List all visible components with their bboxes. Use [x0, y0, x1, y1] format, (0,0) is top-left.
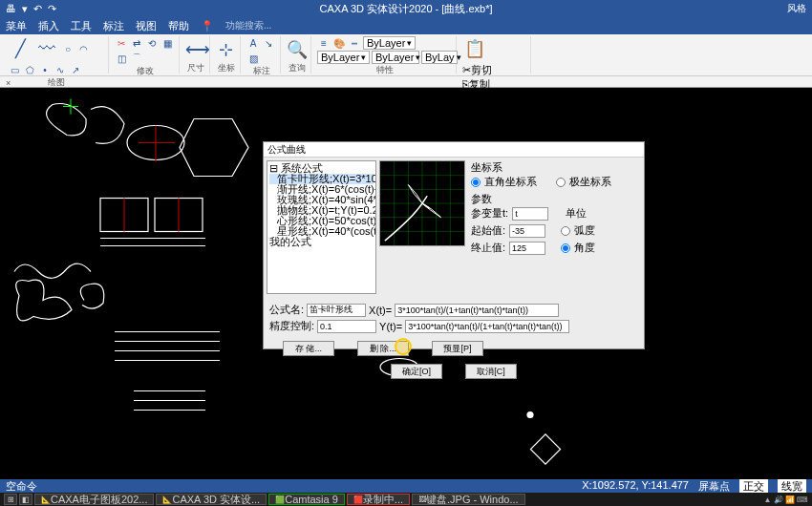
linetype-icon[interactable]: ┅ — [348, 36, 361, 50]
xt-input[interactable] — [395, 304, 559, 317]
cancel-button[interactable]: 取消[C] — [465, 364, 517, 379]
menu-main[interactable]: 菜单 — [6, 19, 27, 33]
text-icon[interactable]: A — [246, 36, 260, 50]
group-query: 查询 — [287, 62, 307, 74]
mirror-icon[interactable]: ⇄ — [130, 36, 143, 50]
menu-view[interactable]: 视图 — [136, 19, 157, 33]
degree-radio[interactable] — [561, 243, 570, 253]
layer-select-1[interactable]: ByLayer▾ — [363, 36, 416, 50]
formula-name-input[interactable] — [307, 304, 366, 317]
cut-btn[interactable]: ✂剪切 — [462, 63, 514, 77]
line-tool-icon[interactable]: ╱ — [8, 36, 32, 61]
mask-mode[interactable]: 屏幕点 — [698, 479, 730, 494]
start-input[interactable] — [509, 224, 545, 238]
system-tray[interactable]: ▲ 🔊 📶 ⌨ — [763, 495, 808, 504]
hatch-icon[interactable]: ▨ — [246, 52, 260, 65]
window-title: CAXA 3D 实体设计2020 - [曲线.exb*] — [320, 2, 493, 16]
menu-help[interactable]: 帮助 — [168, 19, 189, 33]
formula-curve-dialog: 公式曲线 ⊟ 系统公式 笛卡叶形线;X(t)=3*100*tan(t) 渐开线;… — [263, 141, 645, 349]
taskbar-item[interactable]: 🟥 录制中... — [347, 494, 410, 505]
undo-icon[interactable]: ↶ — [33, 3, 42, 15]
menu-annotate[interactable]: 标注 — [103, 19, 124, 33]
document-tab-strip: × — [0, 76, 812, 88]
coordinates: X:1092.572, Y:141.477 — [582, 479, 689, 494]
menu-insert[interactable]: 插入 — [38, 19, 59, 33]
spline-icon[interactable]: ∿ — [53, 63, 67, 76]
leader-icon[interactable]: ↘ — [262, 36, 275, 50]
param-section-label: 参数 — [471, 192, 641, 206]
windows-taskbar: ⊞ ◧ 📐 CAXA电子图板202... 📐 CAXA 3D 实体设... 🟩 … — [0, 493, 812, 506]
group-anno: 标注 — [246, 65, 276, 76]
polar-radio[interactable] — [556, 178, 566, 187]
radian-radio[interactable] — [561, 226, 570, 236]
taskview-icon[interactable]: ◧ — [19, 494, 32, 505]
paste-icon[interactable]: 📋 — [462, 36, 487, 61]
end-input[interactable] — [509, 242, 545, 255]
arc-icon[interactable]: ◠ — [76, 42, 90, 55]
ribbon: ╱ 〰 ○ ◠ ▭ ⬠ • ∿ ↗ 绘图 ✂ ⇄ ⟲ ▦ ◫ ⌒ 修改 ⟷ 尺寸… — [0, 34, 812, 76]
curve-preview — [379, 160, 465, 246]
layer-select-3[interactable]: ByLayer▾ — [372, 51, 419, 64]
group-coord: 坐标 — [216, 62, 236, 74]
taskbar-item[interactable]: 📐 CAXA电子图板202... — [34, 494, 154, 505]
curve-tool-icon[interactable]: 〰 — [34, 36, 59, 61]
offset-icon[interactable]: ◫ — [115, 52, 128, 65]
circle-icon[interactable]: ○ — [61, 42, 75, 55]
lineweight-toggle[interactable]: 线宽 — [778, 479, 806, 494]
svg-rect-5 — [530, 434, 560, 464]
save-button[interactable]: 存 储... — [283, 341, 334, 356]
close-tab-icon[interactable]: × — [0, 78, 11, 88]
redo-icon[interactable]: ↷ — [48, 3, 56, 15]
cursor-highlight — [395, 338, 412, 355]
var-input[interactable] — [512, 207, 548, 221]
menu-bar: 菜单 插入 工具 标注 视图 帮助 📍 功能搜索... — [0, 17, 812, 34]
color-icon[interactable]: 🎨 — [332, 36, 346, 50]
ortho-toggle[interactable]: 正交 — [739, 479, 768, 494]
coord-icon[interactable]: ⊹ — [216, 37, 236, 62]
ray-icon[interactable]: ↗ — [69, 63, 82, 76]
taskbar-item[interactable]: 🖼 键盘.JPG - Windo... — [412, 494, 525, 505]
menu-tools[interactable]: 工具 — [71, 19, 92, 33]
precision-input[interactable] — [317, 320, 376, 333]
layer-icon[interactable]: ≡ — [317, 36, 331, 50]
status-bar: 空命令 X:1092.572, Y:141.477 屏幕点 正交 线宽 — [0, 479, 812, 493]
taskbar-item[interactable]: 📐 CAXA 3D 实体设... — [156, 494, 267, 505]
save-icon[interactable]: ▾ — [22, 3, 28, 15]
group-dim: 尺寸 — [185, 62, 205, 74]
start-icon[interactable]: ⊞ — [4, 494, 17, 505]
svg-point-4 — [527, 412, 533, 418]
dialog-title: 公式曲线 — [264, 142, 644, 158]
group-props: 特性 — [317, 64, 452, 75]
fillet-icon[interactable]: ⌒ — [130, 52, 143, 65]
point-icon[interactable]: • — [38, 63, 52, 76]
poly-icon[interactable]: ⬠ — [23, 63, 36, 76]
layer-select-2[interactable]: ByLayer▾ — [317, 51, 370, 64]
coord-section-label: 坐标系 — [471, 160, 641, 175]
query-icon[interactable]: 🔍 — [287, 37, 308, 62]
group-modify: 修改 — [115, 65, 175, 76]
quick-access-toolbar: 🖶 ▾ ↶ ↷ — [6, 3, 56, 15]
preview-button[interactable]: 预显[P] — [432, 341, 483, 356]
yt-input[interactable] — [405, 320, 569, 333]
style-label[interactable]: 风格 — [787, 2, 806, 15]
array-icon[interactable]: ▦ — [160, 36, 174, 50]
rect-icon[interactable]: ▭ — [8, 63, 21, 76]
print-icon[interactable]: 🖶 — [6, 3, 16, 15]
formula-tree[interactable]: ⊟ 系统公式 笛卡叶形线;X(t)=3*100*tan(t) 渐开线;X(t)=… — [267, 160, 376, 294]
parameter-panel: 坐标系 直角坐标系 极坐标系 参数 参变量t: 单位 起始值: 弧度 终止值: — [465, 160, 641, 298]
taskbar-item[interactable]: 🟩 Camtasia 9 — [268, 494, 345, 505]
command-status: 空命令 — [6, 479, 37, 494]
layer-select-4[interactable]: ByLay▾ — [421, 51, 458, 64]
trim-icon[interactable]: ✂ — [115, 36, 128, 50]
function-search[interactable]: 功能搜索... — [225, 19, 271, 32]
dimension-icon[interactable]: ⟷ — [185, 37, 210, 62]
ok-button[interactable]: 确定[O] — [391, 364, 442, 379]
group-draw: 绘图 — [8, 76, 104, 88]
title-bar: 🖶 ▾ ↶ ↷ CAXA 3D 实体设计2020 - [曲线.exb*] 风格 — [0, 0, 812, 17]
cartesian-radio[interactable] — [471, 178, 481, 187]
rotate-icon[interactable]: ⟲ — [145, 36, 159, 50]
